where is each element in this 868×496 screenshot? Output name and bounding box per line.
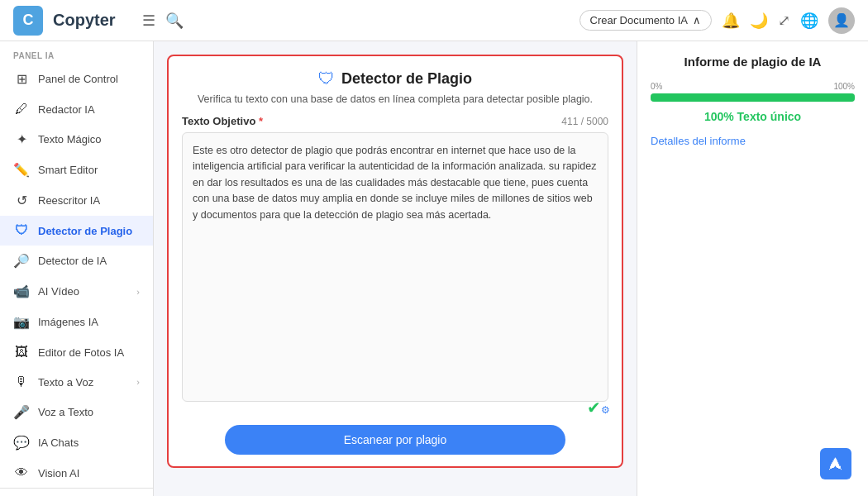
sidebar-item-label: Panel de Control [38, 73, 118, 85]
logo-letter: C [23, 12, 34, 29]
sidebar-section-label: PANEL IA [0, 41, 153, 64]
floating-check-icon: ✔⚙ [587, 397, 610, 418]
edit-icon: ✏️ [13, 162, 30, 178]
rewrite-icon: ↺ [13, 193, 30, 208]
body: PANEL IA ⊞ Panel de Control 🖊 Redactor I… [0, 41, 868, 496]
expand-icon[interactable]: ⤢ [778, 12, 790, 30]
sidebar-item-ai-video[interactable]: 📹 AI Vídeo › [0, 276, 153, 307]
sidebar-item-ia-chats[interactable]: 💬 IA Chats [0, 427, 153, 458]
field-label-row: Texto Objetivo * 411 / 5000 [182, 115, 608, 127]
sidebar-bottom: 💬 Chats [0, 488, 153, 496]
sidebar-item-label: Vision AI [38, 467, 79, 479]
sidebar-item-label: Smart Editor [38, 164, 98, 176]
progress-labels: 0% 100% [651, 82, 855, 91]
bell-icon[interactable]: 🔔 [722, 12, 740, 30]
sidebar-item-label: Imágenes IA [38, 316, 98, 328]
report-title: Informe de plagio de IA [651, 55, 855, 69]
sidebar-item-smart-editor[interactable]: ✏️ Smart Editor [0, 155, 153, 185]
sidebar-item-label: AI Vídeo [38, 285, 79, 298]
progress-end-label: 100% [833, 82, 855, 91]
sidebar-item-imagenes-ia[interactable]: 📷 Imágenes IA [0, 307, 153, 337]
chat-icon: 💬 [13, 435, 30, 451]
mic-icon: 🎙 [13, 374, 30, 389]
sidebar-item-redactor-ia[interactable]: 🖊 Redactor IA [0, 94, 153, 124]
required-marker: * [259, 115, 263, 127]
pen-icon: 🖊 [13, 102, 30, 117]
sidebar-item-label: Detector de IA [38, 255, 107, 267]
video-icon: 📹 [13, 284, 30, 299]
scan-button[interactable]: Escanear por plagio [225, 425, 566, 455]
sidebar-item-texto-voz[interactable]: 🎙 Texto a Voz › [0, 367, 153, 397]
card-body: Texto Objetivo * 411 / 5000 Este es otro… [169, 115, 622, 415]
sidebar-item-label: Texto Mágico [38, 133, 102, 145]
create-doc-label: Crear Documento IA [590, 14, 689, 26]
moon-icon[interactable]: 🌙 [750, 12, 768, 30]
card-header: 🛡 Detector de Plagio [169, 56, 622, 93]
main-content: 🛡 Detector de Plagio Verifica tu texto c… [154, 41, 868, 496]
sidebar-item-label: Texto a Voz [38, 376, 93, 389]
progress-start-label: 0% [651, 82, 662, 91]
globe-icon[interactable]: 🌐 [800, 12, 818, 30]
sidebar-item-label: Reescritor IA [38, 194, 100, 207]
header: C Copyter ☰ 🔍 Crear Documento IA ∧ 🔔 🌙 ⤢… [0, 0, 868, 41]
detector-card: 🛡 Detector de Plagio Verifica tu texto c… [167, 55, 623, 468]
grid-icon: ⊞ [13, 71, 30, 87]
scroll-top-icon: ⮝ [828, 455, 843, 473]
sidebar-item-reescritor-ia[interactable]: ↺ Reescritor IA [0, 185, 153, 216]
search-icon[interactable]: 🔍 [165, 12, 184, 30]
card-subtitle: Verifica tu texto con una base de datos … [169, 93, 622, 115]
report-details-link[interactable]: Detalles del informe [651, 135, 855, 147]
chevron-right-icon-2: › [136, 377, 140, 387]
create-doc-button[interactable]: Crear Documento IA ∧ [579, 10, 713, 31]
sidebar-item-label: Voz a Texto [38, 406, 93, 418]
text-content: Este es otro detector de plagio que podr… [193, 145, 596, 221]
sidebar-item-editor-fotos[interactable]: 🖼 Editor de Fotos IA [0, 337, 153, 367]
shield-icon: 🛡 [13, 223, 30, 238]
card-title: Detector de Plagio [341, 70, 472, 88]
sidebar-item-detector-plagio[interactable]: 🛡 Detector de Plagio [0, 216, 153, 246]
sidebar: PANEL IA ⊞ Panel de Control 🖊 Redactor I… [0, 41, 154, 496]
avatar[interactable]: 👤 [828, 7, 855, 34]
detector-icon: 🔎 [13, 253, 30, 269]
char-count: 411 / 5000 [561, 116, 608, 127]
progress-bar-fill [651, 93, 855, 102]
logo-name: Copyter [53, 11, 116, 30]
camera-icon: 📷 [13, 314, 30, 330]
unique-text-label: 100% Texto único [651, 110, 855, 123]
eye-icon: 👁 [13, 465, 30, 480]
menu-icon[interactable]: ☰ [142, 12, 155, 30]
sidebar-item-detector-ia[interactable]: 🔎 Detector de IA [0, 246, 153, 276]
scan-btn-row: Escanear por plagio [169, 415, 622, 466]
magic-icon: ✦ [13, 131, 30, 147]
text-area[interactable]: Este es otro detector de plagio que podr… [182, 132, 608, 402]
sidebar-item-panel-control[interactable]: ⊞ Panel de Control [0, 64, 153, 94]
right-panel: Informe de plagio de IA 0% 100% 100% Tex… [637, 41, 868, 496]
sidebar-item-voz-texto[interactable]: 🎤 Voz a Texto [0, 397, 153, 427]
chevron-right-icon: › [136, 287, 140, 297]
sidebar-item-label: Detector de Plagio [38, 225, 132, 237]
sidebar-item-label: IA Chats [38, 436, 79, 449]
photo-icon: 🖼 [13, 345, 30, 360]
scroll-top-button[interactable]: ⮝ [820, 448, 851, 479]
card-shield-icon: 🛡 [318, 69, 335, 88]
sidebar-item-texto-magico[interactable]: ✦ Texto Mágico [0, 124, 153, 155]
logo-box: C [13, 6, 43, 36]
progress-bar-bg [651, 93, 855, 102]
microphone-icon: 🎤 [13, 404, 30, 420]
sidebar-item-label: Redactor IA [38, 103, 95, 116]
sidebar-chats[interactable]: 💬 Chats [0, 489, 153, 496]
sidebar-item-vision-ai[interactable]: 👁 Vision AI [0, 458, 153, 488]
sidebar-item-label: Editor de Fotos IA [38, 346, 124, 359]
field-label: Texto Objetivo * [182, 115, 263, 127]
center-panel: 🛡 Detector de Plagio Verifica tu texto c… [154, 41, 637, 496]
chevron-up-icon: ∧ [693, 14, 701, 26]
